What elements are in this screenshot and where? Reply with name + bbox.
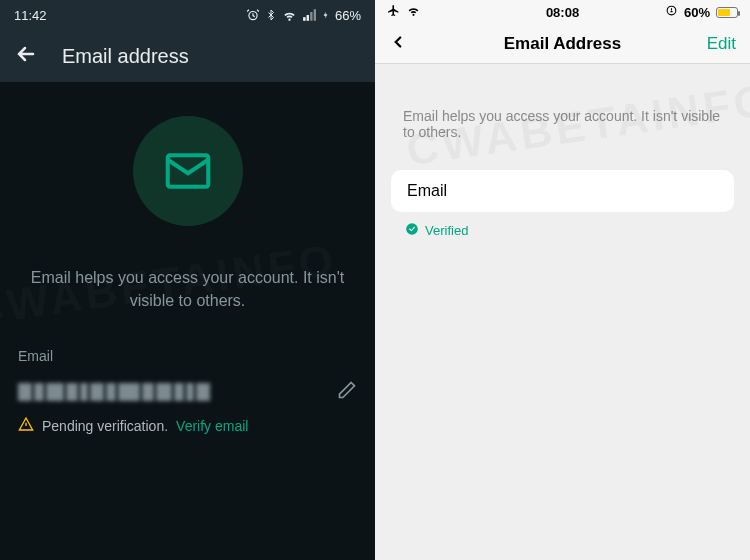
ios-panel: 08:08 60% Email Address Edit CWABETAINFO… — [375, 0, 750, 560]
battery-text: 60% — [684, 5, 710, 20]
back-arrow-icon[interactable] — [14, 42, 38, 70]
wifi-icon — [406, 4, 421, 20]
orientation-lock-icon — [665, 4, 678, 20]
envelope-hero — [133, 116, 243, 226]
ios-statusbar: 08:08 60% — [375, 0, 750, 24]
edit-pencil-icon[interactable] — [337, 380, 357, 404]
android-statusbar: 11:42 66% — [0, 0, 375, 30]
pending-text: Pending verification. — [42, 418, 168, 434]
edit-button[interactable]: Edit — [707, 34, 736, 54]
envelope-icon — [161, 144, 215, 198]
charging-icon — [321, 8, 330, 22]
status-icons: 66% — [246, 8, 361, 23]
email-label: Email — [18, 348, 357, 364]
android-content: Email helps you access your account. It … — [0, 82, 375, 455]
status-left — [387, 4, 421, 20]
svg-point-3 — [406, 223, 418, 235]
verified-text: Verified — [425, 223, 468, 238]
email-card[interactable]: Email — [391, 170, 734, 212]
android-header: Email address — [0, 30, 375, 82]
airplane-icon — [387, 4, 400, 20]
verified-check-icon — [405, 222, 419, 239]
bluetooth-icon — [265, 8, 277, 22]
back-chevron-icon[interactable] — [389, 31, 407, 57]
page-title: Email address — [62, 45, 189, 68]
alarm-icon — [246, 8, 260, 22]
battery-icon — [716, 7, 738, 18]
wifi-icon — [282, 8, 297, 22]
pending-row: Pending verification. Verify email — [18, 416, 357, 435]
signal-icon — [302, 8, 316, 22]
battery-text: 66% — [335, 8, 361, 23]
ios-content: Email helps you access your account. It … — [375, 108, 750, 239]
page-title: Email Address — [504, 34, 621, 54]
email-row — [18, 380, 357, 404]
verify-email-link[interactable]: Verify email — [176, 418, 248, 434]
verified-row: Verified — [405, 222, 734, 239]
ios-header: Email Address Edit — [375, 24, 750, 64]
help-text: Email helps you access your account. It … — [403, 108, 734, 140]
status-time: 11:42 — [14, 8, 47, 23]
warning-icon — [18, 416, 34, 435]
status-time: 08:08 — [546, 5, 579, 20]
help-text: Email helps you access your account. It … — [18, 266, 357, 312]
android-panel: 11:42 66% Email address CWABETAINFO — [0, 0, 375, 560]
blurred-email-value — [18, 381, 228, 403]
email-label: Email — [407, 182, 447, 199]
status-right: 60% — [665, 4, 738, 20]
